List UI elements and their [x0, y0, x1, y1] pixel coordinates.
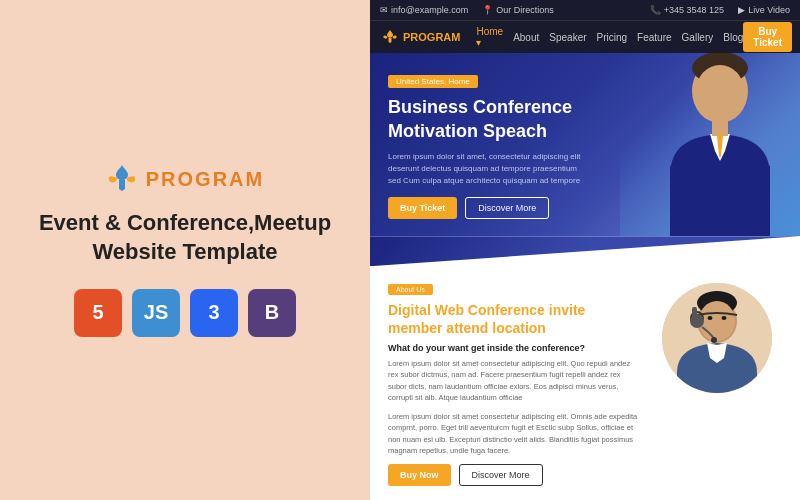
about-text-1: Lorem ipsum dolor sit amet consectetur a… [388, 358, 638, 403]
about-person-svg [662, 283, 772, 393]
hero-badge: United States, Home [388, 75, 478, 88]
topbar-right: 📞 +345 3548 125 ▶ Live Video [650, 5, 790, 15]
about-content: About Us Digital Web Conference inviteme… [388, 278, 638, 486]
topbar-left: ✉ info@example.com 📍 Our Directions [380, 5, 554, 15]
about-buttons: Buy Now Discover More [388, 464, 638, 486]
nav-logo[interactable]: PROGRAM [382, 29, 460, 45]
left-panel: PROGRAM Event & Conference,Meetup Websit… [0, 0, 370, 500]
topbar-phone: 📞 +345 3548 125 [650, 5, 724, 15]
location-icon: 📍 [482, 5, 493, 15]
nav-bar: PROGRAM Home ▾ About Speaker Pricing Fea… [370, 20, 800, 53]
svg-point-0 [119, 174, 125, 180]
hero-title: Business ConferenceMotivation Speach [388, 96, 782, 143]
nav-link-home[interactable]: Home ▾ [476, 26, 503, 48]
about-badge: About Us [388, 284, 433, 295]
nav-logo-icon [382, 29, 398, 45]
hero-buy-ticket-button[interactable]: Buy Ticket [388, 197, 457, 219]
topbar-live-video[interactable]: ▶ Live Video [738, 5, 790, 15]
about-person-image [662, 283, 772, 393]
diagonal-divider [370, 236, 800, 263]
nav-link-pricing[interactable]: Pricing [597, 32, 628, 43]
phone-icon: 📞 [650, 5, 661, 15]
nav-link-about[interactable]: About [513, 32, 539, 43]
svg-point-10 [722, 316, 727, 320]
nav-links: Home ▾ About Speaker Pricing Feature Gal… [476, 26, 743, 48]
hero-discover-button[interactable]: Discover More [465, 197, 549, 219]
left-logo-text: PROGRAM [146, 168, 264, 191]
logo-area: PROGRAM [106, 163, 264, 195]
nav-link-blog[interactable]: Blog [723, 32, 743, 43]
nav-link-speaker[interactable]: Speaker [549, 32, 586, 43]
top-bar: ✉ info@example.com 📍 Our Directions 📞 +3… [370, 0, 800, 20]
right-panel: ✉ info@example.com 📍 Our Directions 📞 +3… [370, 0, 800, 500]
js-badge: JS [132, 289, 180, 337]
hero-section: United States, Home Business ConferenceM… [370, 53, 800, 236]
buy-ticket-nav-button[interactable]: Buy Ticket [743, 22, 792, 52]
fleur-de-lis-icon [106, 163, 138, 195]
video-icon: ▶ [738, 5, 745, 15]
css3-badge: 3 [190, 289, 238, 337]
email-icon: ✉ [380, 5, 388, 15]
nav-link-gallery[interactable]: Gallery [682, 32, 714, 43]
tech-badges: 5 JS 3 B [74, 289, 296, 337]
about-section: About Us Digital Web Conference inviteme… [370, 264, 800, 500]
hero-description: Lorem ipsum dolor sit amet, consectetur … [388, 151, 588, 187]
about-question: What do your want get inside the confere… [388, 343, 638, 353]
html5-badge: 5 [74, 289, 122, 337]
about-person-area [652, 278, 782, 486]
svg-point-14 [711, 337, 717, 343]
about-discover-button[interactable]: Discover More [459, 464, 543, 486]
topbar-location: 📍 Our Directions [482, 5, 554, 15]
svg-point-9 [708, 316, 713, 320]
topbar-email: ✉ info@example.com [380, 5, 468, 15]
hero-buttons: Buy Ticket Discover More [388, 197, 782, 219]
svg-point-8 [699, 301, 735, 341]
svg-rect-13 [692, 307, 697, 321]
tagline: Event & Conference,Meetup Website Templa… [20, 209, 350, 266]
about-title: Digital Web Conference invitemember atte… [388, 301, 638, 337]
about-text-2: Lorem ipsum dolor sit amet consectetur a… [388, 411, 638, 456]
bootstrap-badge: B [248, 289, 296, 337]
about-buy-now-button[interactable]: Buy Now [388, 464, 451, 486]
nav-link-feature[interactable]: Feature [637, 32, 671, 43]
hero-content: United States, Home Business ConferenceM… [370, 54, 800, 235]
